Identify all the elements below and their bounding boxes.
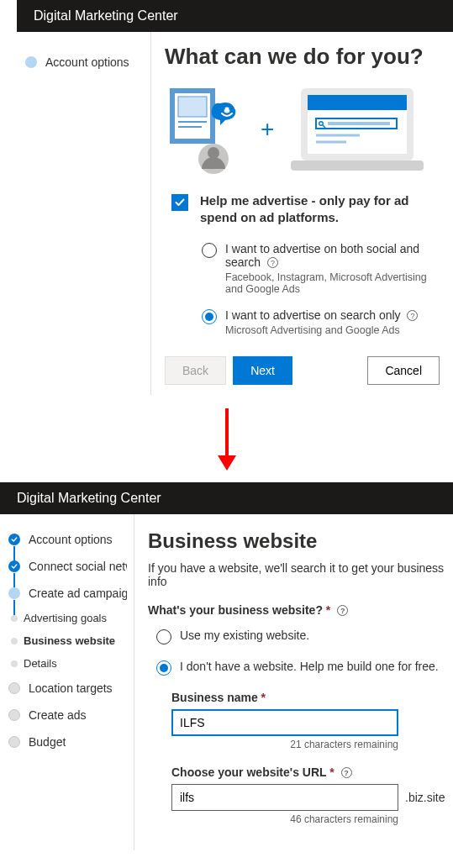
sidebar-subitem-label: Business website bbox=[24, 634, 115, 647]
radio-sublabel: Microsoft Advertising and Google Ads bbox=[225, 324, 418, 336]
transition-arrow bbox=[0, 395, 453, 482]
business-name-label: Business name * bbox=[171, 691, 445, 704]
page-lede: If you have a website, we'll search it t… bbox=[148, 561, 445, 588]
help-advertise-checkbox-row[interactable]: Help me advertise - only pay for ad spen… bbox=[171, 192, 440, 227]
svg-point-8 bbox=[223, 108, 224, 109]
illustration-row: + bbox=[165, 83, 440, 176]
radio-search-only[interactable]: I want to advertise on search only ? Mic… bbox=[202, 308, 440, 336]
sidebar-item-label: Connect social netw bbox=[29, 560, 127, 573]
sidebar-subitem-label: Advertising goals bbox=[24, 612, 107, 624]
sidebar-item-create-ads[interactable]: Create ads bbox=[0, 702, 134, 729]
wizard-button-row: Back Next Cancel bbox=[165, 356, 440, 385]
url-suffix: .biz.site bbox=[405, 791, 445, 804]
website-url-hint: 46 characters remaining bbox=[171, 813, 398, 825]
svg-rect-17 bbox=[328, 122, 390, 125]
radio-selected-icon bbox=[202, 309, 217, 324]
info-icon[interactable]: ? bbox=[337, 605, 348, 616]
radio-label: Use my existing website. bbox=[180, 629, 309, 642]
info-icon[interactable]: ? bbox=[407, 310, 418, 321]
sidebar-item-create-ad-campaign[interactable]: Create ad campaign bbox=[0, 580, 134, 607]
page-title: What can we do for you? bbox=[165, 44, 440, 70]
main-content-1: What can we do for you? + bbox=[151, 32, 453, 395]
step-done-icon bbox=[8, 560, 20, 572]
radio-label: I don't have a website. Help me build on… bbox=[180, 660, 439, 673]
sidebar-subitem-label: Details bbox=[24, 657, 57, 670]
app-header-2: Digital Marketing Center bbox=[0, 482, 453, 514]
sidebar-2: Account options Connect social netw Crea… bbox=[0, 514, 134, 850]
svg-rect-2 bbox=[178, 97, 207, 117]
website-url-label: Choose your website's URL * ? bbox=[171, 765, 445, 779]
info-icon[interactable]: ? bbox=[267, 257, 278, 268]
sidebar-item-label: Location targets bbox=[29, 681, 113, 695]
radio-unselected-icon bbox=[202, 243, 217, 258]
substep-dot-icon bbox=[11, 638, 18, 644]
checkbox-checked-icon bbox=[171, 194, 188, 211]
sidebar-item-label: Account options bbox=[45, 55, 129, 69]
sidebar-1: Account options bbox=[17, 32, 151, 395]
sidebar-subitem-advertising-goals[interactable]: Advertising goals bbox=[0, 607, 134, 629]
plus-icon: + bbox=[261, 116, 274, 143]
sidebar-item-connect-social[interactable]: Connect social netw bbox=[0, 553, 134, 580]
svg-point-9 bbox=[229, 108, 230, 109]
sidebar-item-account-options[interactable]: Account options bbox=[17, 49, 150, 76]
svg-rect-13 bbox=[291, 160, 424, 171]
step-active-icon bbox=[8, 587, 20, 599]
sidebar-item-account-options[interactable]: Account options bbox=[0, 526, 134, 553]
substep-dot-icon bbox=[11, 615, 18, 622]
svg-point-7 bbox=[224, 108, 230, 113]
step-pending-icon bbox=[8, 736, 20, 748]
substep-dot-icon bbox=[11, 660, 18, 667]
step-pending-icon bbox=[8, 682, 20, 694]
sidebar-item-label: Create ads bbox=[29, 708, 86, 722]
info-icon[interactable]: ? bbox=[341, 767, 352, 778]
business-name-input[interactable] bbox=[171, 709, 398, 736]
social-illustration bbox=[165, 83, 249, 176]
radio-both-social-and-search[interactable]: I want to advertise on both social and s… bbox=[202, 242, 440, 295]
radio-label: I want to advertise on search only ? bbox=[225, 308, 418, 322]
website-question: What's your business website? * ? bbox=[148, 603, 445, 617]
main-content-2: Business website If you have a website, … bbox=[134, 514, 453, 850]
advertise-scope-radio-group: I want to advertise on both social and s… bbox=[202, 242, 440, 336]
sidebar-item-budget[interactable]: Budget bbox=[0, 729, 134, 755]
back-button: Back bbox=[165, 356, 226, 385]
sidebar-subitem-details[interactable]: Details bbox=[0, 652, 134, 675]
step-dot-icon bbox=[25, 56, 37, 68]
step-done-icon bbox=[8, 534, 20, 545]
website-radio-group: Use my existing website. I don't have a … bbox=[148, 629, 445, 676]
radio-use-existing-website[interactable]: Use my existing website. bbox=[156, 629, 445, 644]
website-url-input[interactable] bbox=[171, 784, 398, 811]
header-title: Digital Marketing Center bbox=[34, 8, 178, 23]
help-advertise-label: Help me advertise - only pay for ad spen… bbox=[200, 192, 440, 227]
step-pending-icon bbox=[8, 709, 20, 721]
sidebar-subitem-business-website[interactable]: Business website bbox=[0, 629, 134, 652]
sidebar-item-label: Budget bbox=[29, 735, 66, 749]
sidebar-item-location-targets[interactable]: Location targets bbox=[0, 675, 134, 702]
cancel-button[interactable]: Cancel bbox=[367, 356, 440, 385]
page-title: Business website bbox=[148, 529, 445, 553]
sidebar-item-label: Account options bbox=[29, 533, 113, 546]
header-title: Digital Marketing Center bbox=[17, 491, 161, 505]
svg-point-6 bbox=[208, 147, 219, 159]
radio-unselected-icon bbox=[156, 629, 171, 644]
laptop-illustration bbox=[286, 83, 429, 176]
business-name-hint: 21 characters remaining bbox=[171, 739, 398, 750]
arrow-down-icon bbox=[214, 407, 240, 474]
radio-build-website[interactable]: I don't have a website. Help me build on… bbox=[156, 660, 445, 676]
radio-label: I want to advertise on both social and s… bbox=[225, 242, 440, 269]
svg-rect-12 bbox=[308, 95, 407, 110]
radio-sublabel: Facebook, Instagram, Microsoft Advertisi… bbox=[225, 271, 440, 295]
app-header-1: Digital Marketing Center bbox=[17, 0, 453, 32]
sidebar-item-label: Create ad campaign bbox=[29, 587, 127, 600]
next-button[interactable]: Next bbox=[233, 356, 292, 385]
radio-selected-icon bbox=[156, 660, 171, 676]
